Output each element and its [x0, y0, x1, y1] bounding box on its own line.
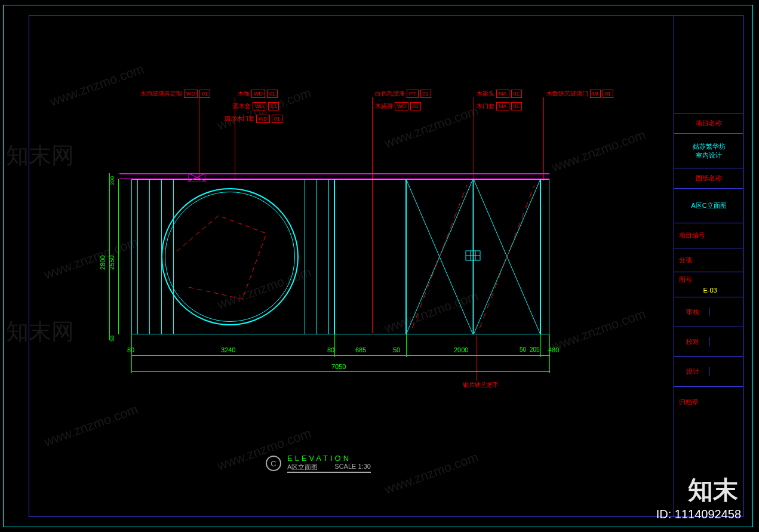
- tb-project-line2: 室内设计: [696, 151, 722, 160]
- dim-ext-4: [540, 334, 541, 357]
- tb-archive: 归档章: [674, 387, 743, 417]
- callout-2: 木饰 WD 01: [238, 90, 278, 98]
- brand-watermark: 知末: [688, 473, 738, 507]
- callout-8: 木门套 MA 01: [477, 102, 522, 110]
- callout-9-label: 木数铁艺玻璃门: [546, 90, 588, 98]
- dh4: 685: [355, 346, 366, 353]
- tb-sheetno-label: 图号: [679, 275, 692, 284]
- callout-9: 木数铁艺玻璃门 MI 01: [546, 90, 613, 98]
- right-column: [540, 179, 549, 334]
- tb-sheetno: 图号 E-03: [674, 272, 743, 297]
- tb-drawing-name-label: 图纸名称: [674, 168, 743, 189]
- callout-6: 木踢脚 WD 01: [375, 102, 421, 110]
- glass-doors-svg: [406, 179, 540, 334]
- title-block: 项目名称 姑苏繁华坊 室内设计 图纸名称 A区C立面图 项目编号 分项 图号 E…: [674, 15, 743, 517]
- callout-7-c1: MA: [496, 90, 509, 98]
- fixture-detail: [188, 173, 206, 182]
- tb-review-label: 审核: [677, 307, 709, 316]
- svg-line-7: [480, 185, 534, 328]
- callout-5-c1: PT: [407, 90, 419, 98]
- dim-2800: 2800: [99, 256, 106, 270]
- tb-project-name-label: 项目名称: [674, 113, 743, 134]
- callout-1: 水泡玻璃具定制 WD 01: [140, 90, 210, 98]
- drawing-title: C ELEVATION A区立面图 SCALE 1:30: [266, 454, 371, 473]
- callout-4: 圆形木门套 WD 01: [225, 115, 282, 123]
- tb-design: 设计: [674, 357, 743, 387]
- callout-2-c2: 01: [267, 90, 278, 98]
- callout-2-label: 木饰: [238, 90, 250, 98]
- callout-1-label: 水泡玻璃具定制: [140, 90, 182, 98]
- title-en: ELEVATION: [287, 454, 371, 463]
- callout-4-label: 圆形木门套: [225, 115, 254, 123]
- dh5: 50: [393, 346, 400, 353]
- ceiling-trim: [119, 173, 549, 179]
- callout-8-c1: MA: [496, 102, 509, 110]
- callout-3: 圆木套 WD 01: [233, 102, 279, 110]
- callout-9-c1: MI: [590, 90, 601, 98]
- dim-200: 200: [109, 176, 115, 185]
- callout-7-label: 木梁头: [477, 90, 494, 98]
- callout-1-code1: WD: [184, 90, 198, 98]
- tb-subproject-label: 分项: [674, 248, 743, 272]
- dim-row1: [131, 355, 549, 356]
- callout-8-label: 木门套: [477, 102, 494, 110]
- callout-1-code2: 01: [199, 90, 210, 98]
- dim-ext-1: [131, 334, 132, 373]
- tb-drawing-name: A区C立面图: [674, 189, 743, 223]
- dh-total: 7050: [331, 363, 346, 370]
- tb-project-line1: 姑苏繁华坊: [693, 142, 726, 151]
- dim-ext-3: [406, 334, 407, 357]
- tb-design-label: 设计: [677, 367, 709, 376]
- callout-9-c2: 01: [603, 90, 613, 98]
- dh3: 80: [327, 346, 334, 353]
- callout-6-c1: WD: [395, 102, 408, 110]
- tb-project-name: 姑苏繁华坊 室内设计: [674, 134, 743, 168]
- image-id: ID: 1114092458: [656, 508, 741, 521]
- callout-8-c2: 01: [511, 102, 522, 110]
- callout-5-label: 白色乳胶漆: [375, 90, 405, 98]
- callout-2-c1: WD: [251, 90, 265, 98]
- tb-check-label: 校对: [677, 337, 709, 346]
- leader-1: [199, 97, 199, 181]
- callout-3-c2: 01: [268, 102, 279, 110]
- callout-5: 白色乳胶漆 PT 01: [375, 90, 431, 98]
- dh2: 3240: [221, 346, 235, 353]
- elevation-drawing: [119, 173, 549, 352]
- tb-projectno-label: 项目编号: [674, 223, 743, 248]
- callout-6-label: 木踢脚: [375, 102, 393, 110]
- dim-v-inner: [118, 179, 119, 334]
- callout-3-c1: WD: [253, 102, 266, 110]
- callout-3-label: 圆木套: [233, 102, 251, 110]
- dim-ext-5: [549, 334, 550, 373]
- dim-2550: 2550: [108, 256, 115, 270]
- callout-10-label: 银片铁艺把手: [463, 381, 499, 389]
- svg-line-6: [412, 185, 467, 328]
- leader-9: [543, 97, 544, 181]
- dh7: 50: [520, 346, 526, 353]
- title-cn: A区立面图: [287, 463, 318, 472]
- dim-ext-2: [334, 334, 335, 357]
- dim-row-total: [131, 371, 549, 372]
- tb-sheetno-value: E-03: [703, 287, 717, 294]
- callout-7: 木梁头 MA 01: [477, 90, 522, 98]
- dh6: 2000: [454, 346, 468, 353]
- callout-5-c2: 01: [420, 90, 431, 98]
- section-marker: C: [266, 456, 281, 471]
- callout-7-c2: 01: [511, 90, 522, 98]
- callout-10: 银片铁艺把手: [463, 381, 499, 389]
- callout-6-c2: 01: [410, 102, 421, 110]
- callout-4-c1: WD: [256, 115, 270, 123]
- circle-sketch: [165, 192, 295, 322]
- title-scale: SCALE 1:30: [334, 463, 371, 472]
- tb-check: 校对: [674, 327, 743, 357]
- callout-4-c2: 01: [272, 115, 282, 123]
- dim-50: 50: [109, 336, 115, 342]
- dh8: 205: [530, 346, 540, 353]
- mid-wall: [334, 179, 406, 334]
- tb-review: 审核: [674, 297, 743, 327]
